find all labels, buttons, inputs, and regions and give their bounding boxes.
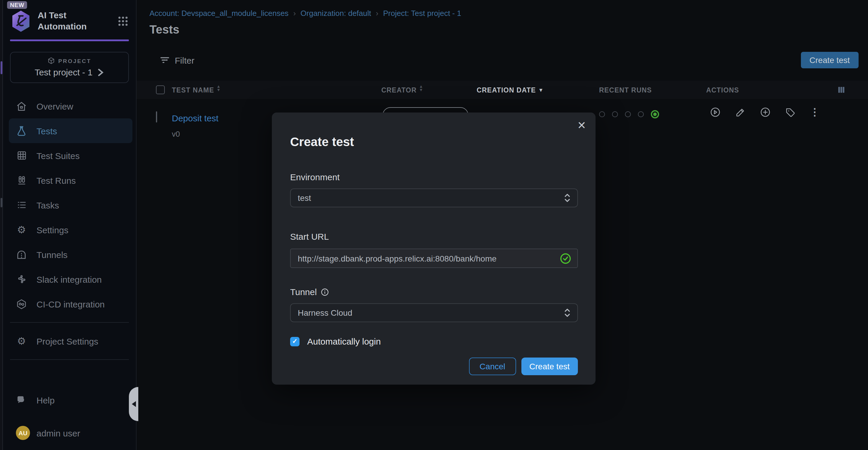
app-logo-icon bbox=[10, 10, 32, 32]
sort-icon: ▲▼ bbox=[217, 86, 221, 93]
toolbar: Filter Create test bbox=[136, 36, 868, 68]
sidebar-bottom: ? Help AU admin user bbox=[3, 388, 136, 450]
breadcrumb: Account: Devspace_all_module_licenses › … bbox=[136, 0, 868, 18]
sidebar-item-overview[interactable]: Overview bbox=[3, 94, 136, 118]
tunnel-icon bbox=[16, 249, 27, 260]
modal-title: Create test bbox=[290, 135, 578, 149]
modal-create-test-button[interactable]: Create test bbox=[521, 358, 578, 375]
test-version: v0 bbox=[172, 130, 180, 138]
sidebar-item-label: Tasks bbox=[36, 200, 59, 210]
sidebar-item-label: Tests bbox=[36, 126, 57, 136]
tunnel-label: Tunnel bbox=[290, 287, 578, 297]
sidebar-item-cicd-integration[interactable]: CI-CD integration bbox=[3, 291, 136, 316]
sort-icon: ▲▼ bbox=[419, 86, 424, 93]
project-kicker-label: PROJECT bbox=[58, 57, 91, 64]
project-name: Test project - 1 bbox=[35, 67, 93, 77]
chevron-right-icon bbox=[97, 68, 104, 76]
sort-desc-icon: ▼ bbox=[538, 87, 544, 93]
environment-value: test bbox=[298, 193, 311, 203]
sidebar-item-label: Help bbox=[36, 395, 55, 405]
sidebar-item-label: Slack integration bbox=[36, 274, 102, 284]
new-badge: NEW bbox=[7, 1, 27, 9]
breadcrumb-account-link[interactable]: Account: Devspace_all_module_licenses bbox=[150, 9, 289, 18]
home-icon bbox=[16, 101, 27, 112]
breadcrumb-project-link[interactable]: Project: Test project - 1 bbox=[383, 9, 461, 18]
cube-icon bbox=[48, 57, 55, 64]
help-chat-icon: ? bbox=[16, 394, 27, 405]
environment-select[interactable]: test bbox=[290, 189, 578, 207]
row-checkbox[interactable] bbox=[156, 112, 157, 122]
app-screen: NEW AI Test Automation bbox=[0, 0, 868, 450]
sidebar-item-tests[interactable]: Tests bbox=[9, 118, 132, 143]
sidebar-item-label: Project Settings bbox=[36, 336, 98, 346]
sidebar-item-settings[interactable]: ⚙ Settings bbox=[3, 217, 136, 242]
more-icon[interactable]: ⋮ bbox=[810, 107, 820, 117]
column-test-name[interactable]: TEST NAME ▲▼ bbox=[172, 86, 221, 93]
brand-underline bbox=[10, 39, 129, 41]
breadcrumb-organization-link[interactable]: Organization: default bbox=[301, 9, 371, 18]
run-status-empty-icon[interactable] bbox=[599, 111, 605, 117]
edit-icon[interactable] bbox=[735, 107, 746, 117]
run-status-pass-icon[interactable] bbox=[651, 110, 659, 118]
checkbox-checked-icon[interactable]: ✓ bbox=[290, 337, 300, 346]
test-name-link[interactable]: Deposit test bbox=[172, 113, 218, 123]
auto-login-checkbox-row[interactable]: ✓ Automatically login bbox=[290, 336, 578, 346]
sidebar-item-label: Test Suites bbox=[36, 150, 80, 161]
sidebar-divider bbox=[10, 359, 129, 360]
page-title: Tests bbox=[136, 18, 868, 36]
select-all-checkbox[interactable] bbox=[156, 85, 165, 94]
sidebar-item-test-suites[interactable]: Test Suites bbox=[3, 143, 136, 168]
app-title: AI Test Automation bbox=[38, 10, 115, 32]
close-icon[interactable]: ✕ bbox=[577, 120, 586, 131]
sidebar-item-label: Tunnels bbox=[36, 249, 68, 259]
column-creator[interactable]: CREATOR ▲▼ bbox=[381, 86, 424, 93]
sidebar-item-slack-integration[interactable]: Slack integration bbox=[3, 267, 136, 291]
list-icon bbox=[16, 199, 27, 210]
slack-icon bbox=[16, 274, 27, 285]
sidebar-item-test-runs[interactable]: Test Runs bbox=[3, 168, 136, 193]
sidebar-item-label: CI-CD integration bbox=[36, 299, 105, 309]
tag-icon[interactable] bbox=[785, 107, 796, 117]
create-test-modal: ✕ Create test Environment test Start URL… bbox=[272, 113, 595, 385]
project-selector[interactable]: PROJECT Test project - 1 bbox=[10, 52, 129, 83]
start-url-input[interactable] bbox=[298, 254, 560, 263]
gear-icon: ⚙ bbox=[16, 335, 27, 347]
environment-label: Environment bbox=[290, 172, 578, 182]
user-name: admin user bbox=[36, 428, 80, 438]
url-valid-check-icon bbox=[560, 252, 571, 264]
sidebar-item-user[interactable]: AU admin user bbox=[3, 421, 136, 445]
rail-purple-indicator bbox=[1, 61, 2, 74]
column-settings-icon[interactable] bbox=[837, 85, 846, 94]
add-icon[interactable] bbox=[760, 107, 771, 118]
gear-icon: ⚙ bbox=[16, 224, 27, 235]
create-test-button[interactable]: Create test bbox=[801, 52, 859, 68]
svg-text:?: ? bbox=[20, 396, 22, 401]
sidebar-item-help[interactable]: ? Help bbox=[3, 388, 136, 412]
column-creation-date[interactable]: CREATION DATE ▼ bbox=[477, 86, 544, 93]
filter-button[interactable]: Filter bbox=[160, 55, 194, 65]
sidebar-item-label: Overview bbox=[36, 101, 73, 111]
run-status-empty-icon[interactable] bbox=[638, 111, 644, 117]
sidebar-item-tunnels[interactable]: Tunnels bbox=[3, 242, 136, 267]
sidebar-nav: Overview Tests Test Suites Test Runs bbox=[3, 94, 136, 360]
select-chevrons-icon bbox=[564, 193, 570, 203]
run-status-empty-icon[interactable] bbox=[625, 111, 631, 117]
info-icon[interactable] bbox=[321, 288, 329, 296]
tunnel-select[interactable]: Harness Cloud bbox=[290, 303, 578, 322]
cancel-button[interactable]: Cancel bbox=[469, 358, 516, 375]
sidebar-item-tasks[interactable]: Tasks bbox=[3, 193, 136, 217]
run-icon[interactable] bbox=[710, 107, 721, 118]
modal-footer: Cancel Create test bbox=[290, 358, 578, 375]
filter-label: Filter bbox=[175, 55, 194, 65]
breadcrumb-separator: › bbox=[376, 9, 378, 18]
rail-scroll-thumb[interactable] bbox=[1, 198, 2, 207]
app-switcher-icon[interactable] bbox=[117, 15, 129, 27]
sidebar-divider bbox=[10, 322, 129, 323]
filter-icon bbox=[160, 56, 169, 64]
tunnel-value: Harness Cloud bbox=[298, 308, 352, 317]
sidebar-item-project-settings[interactable]: ⚙ Project Settings bbox=[3, 329, 136, 354]
row-actions: ⋮ bbox=[710, 107, 820, 118]
left-rail bbox=[0, 0, 3, 450]
sidebar-item-label: Test Runs bbox=[36, 175, 75, 185]
run-status-empty-icon[interactable] bbox=[612, 111, 618, 117]
